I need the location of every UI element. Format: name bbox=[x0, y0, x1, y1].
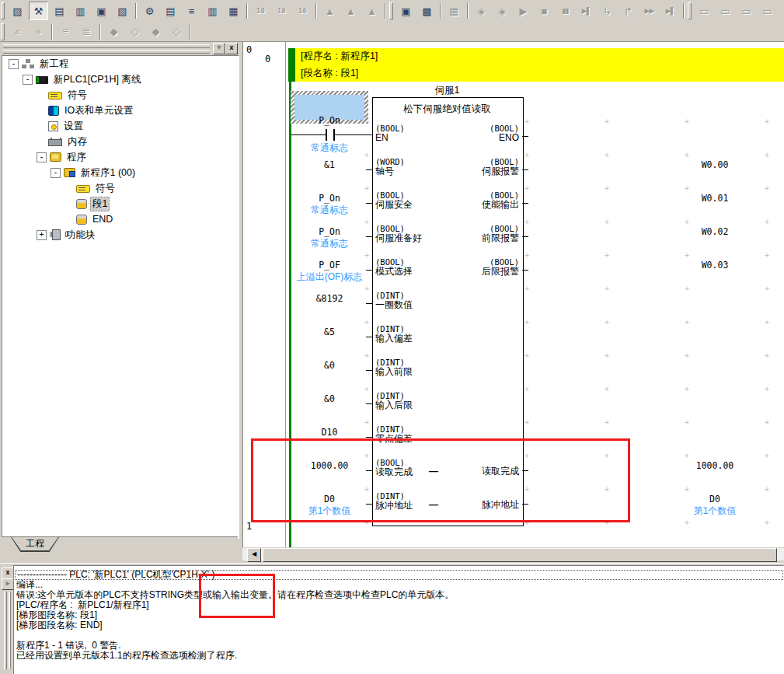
force-reset-button[interactable]: ▲ bbox=[341, 2, 361, 20]
tree-item-memory[interactable]: 内存 bbox=[2, 134, 239, 149]
fb-left-operand[interactable]: D10 bbox=[291, 427, 368, 438]
run-to-cursor-button[interactable]: ▶▌ bbox=[660, 2, 680, 20]
monitor-decimal-button[interactable]: 10 bbox=[251, 2, 270, 20]
toolbar-grip[interactable] bbox=[688, 2, 692, 19]
tb2-grip[interactable] bbox=[1, 23, 5, 40]
collapse-minus-icon[interactable]: - bbox=[23, 75, 33, 85]
stop-button[interactable]: ■ bbox=[535, 2, 554, 20]
collapse-minus-icon[interactable]: - bbox=[51, 168, 61, 178]
fb-left-operand[interactable]: &5 bbox=[291, 327, 368, 337]
tb1-grip[interactable] bbox=[1, 2, 5, 19]
fb-right-operand[interactable]: W0.03 bbox=[653, 260, 777, 271]
tree-item-plc[interactable]: -新PLC1[CP1H] 离线 bbox=[2, 72, 239, 87]
indent-rung-button[interactable]: » bbox=[29, 23, 48, 41]
fb-left-operand[interactable]: P_On常通标志 bbox=[291, 193, 368, 217]
rung-comment-list-button[interactable]: ≡ bbox=[56, 23, 75, 41]
fb-left-operand[interactable]: &0 bbox=[291, 360, 368, 371]
fb-right-operand[interactable]: W0.02 bbox=[653, 226, 777, 237]
output-grip[interactable] bbox=[4, 592, 7, 669]
previous-reference-button[interactable]: ◇ bbox=[167, 23, 186, 41]
fb-left-operand[interactable]: P_On常通标志 bbox=[291, 226, 368, 250]
tree-item-symbols-global[interactable]: 符号 bbox=[2, 87, 239, 103]
panel-dropdown-button[interactable]: ▼ bbox=[213, 43, 225, 54]
force-cancel-button[interactable]: ▲ bbox=[362, 2, 382, 20]
step-into-button[interactable]: ↳ bbox=[598, 2, 617, 20]
cross-reference-button[interactable]: ▥ bbox=[203, 2, 222, 20]
view-diagram-button[interactable]: ▤ bbox=[50, 2, 69, 20]
online-edit-button[interactable]: ▩ bbox=[417, 2, 437, 20]
fb-right-operand[interactable]: D0第1个数值 bbox=[653, 494, 777, 518]
force-set-button[interactable]: ▲ bbox=[320, 2, 340, 20]
annotation-list-button[interactable]: ≣ bbox=[77, 23, 96, 41]
pin-name: 输入前限 bbox=[375, 367, 413, 377]
fb-right-operand[interactable]: W0.01 bbox=[653, 193, 777, 204]
application-window: ▨⚒▤▥▣▧⚙▤≡▥▦101016▲▲▲▣▩▦◈◈▶■▮▮▶▌↳↱▶▶▶▌▭▭▭… bbox=[0, 0, 784, 674]
ladder-tool-3-button[interactable]: ▭ bbox=[737, 2, 756, 20]
next-address-reference-button[interactable]: ◇ bbox=[125, 23, 145, 41]
monitor-signed-decimal-button[interactable]: 10 bbox=[272, 2, 291, 20]
work-online-button[interactable]: ▣ bbox=[396, 2, 416, 20]
ladder-tool-5-button[interactable]: ╤ bbox=[779, 2, 784, 20]
toolbar-grip[interactable] bbox=[389, 2, 393, 19]
fb-left-operand[interactable]: P_OF上溢出(OF)标志 bbox=[291, 260, 368, 284]
expand-plus-icon[interactable]: + bbox=[37, 230, 47, 240]
symbol-table-button[interactable]: ▤ bbox=[161, 2, 180, 20]
toolbar-separator bbox=[190, 24, 191, 40]
mnemonic-view-button[interactable]: ▦ bbox=[224, 2, 243, 20]
properties-button[interactable]: ▧ bbox=[113, 2, 132, 20]
monitor-mode-button[interactable]: ◈ bbox=[493, 2, 512, 20]
tree-item-section-1[interactable]: 段1 bbox=[2, 196, 239, 211]
step-out-button[interactable]: ↱ bbox=[618, 2, 638, 20]
run-mode-button[interactable]: ▶ bbox=[514, 2, 533, 20]
new-view-button[interactable]: ▣ bbox=[92, 2, 111, 20]
fb-right-operand[interactable]: W0.00 bbox=[653, 159, 777, 170]
panel-close-button[interactable]: x bbox=[225, 43, 238, 54]
tree-item-program-1[interactable]: -新程序1 (00) bbox=[2, 165, 239, 180]
ladder-tool-4-button[interactable]: ▭ bbox=[758, 2, 777, 20]
open-project-button[interactable]: ▨ bbox=[8, 2, 27, 20]
pause-button[interactable]: ▮▮ bbox=[556, 2, 575, 20]
transfer-to-plc-button[interactable]: ▦ bbox=[444, 2, 464, 20]
output-next-button[interactable]: ▸ bbox=[2, 578, 14, 590]
monitor-hex-button[interactable]: 16 bbox=[293, 2, 312, 20]
collapse-minus-icon[interactable]: - bbox=[37, 152, 47, 162]
continuous-step-button[interactable]: ▶▶ bbox=[639, 2, 659, 20]
scrollbar-thumb[interactable] bbox=[263, 548, 777, 562]
output-line[interactable]: ---------------- PLC: '新PLC1' (PLC机型'CP1… bbox=[15, 570, 783, 580]
build-tool-button[interactable]: ⚒ bbox=[29, 2, 48, 20]
next-input-output-button[interactable]: ◆ bbox=[146, 23, 166, 41]
next-reference-button[interactable]: ◆ bbox=[104, 23, 124, 41]
io-comment-button[interactable]: ≡ bbox=[182, 2, 201, 20]
tree-item-io-table[interactable]: IO表和单元设置 bbox=[2, 103, 239, 118]
output-line[interactable]: [梯形图段名称: 段1] bbox=[15, 610, 783, 620]
fb-right-operand[interactable]: 1000.00 bbox=[653, 460, 777, 471]
symbols-icon bbox=[48, 92, 62, 100]
fb-left-operand[interactable]: &0 bbox=[291, 393, 368, 404]
program-mode-button[interactable]: ◈ bbox=[472, 2, 491, 20]
tree-item-function-blocks[interactable]: +功能块 bbox=[2, 227, 239, 243]
outdent-rung-button[interactable]: « bbox=[8, 23, 27, 41]
fb-left-operand[interactable]: P_On bbox=[291, 115, 368, 126]
fb-left-operand[interactable]: &8192 bbox=[291, 293, 368, 304]
panel-grip[interactable] bbox=[3, 44, 210, 55]
output-line[interactable]: 已经用设置到单元版本1.1的程序检查选项检测了程序. bbox=[15, 651, 783, 661]
collapse-minus-icon[interactable]: - bbox=[9, 59, 19, 69]
tree-item-symbols-local[interactable]: 符号 bbox=[2, 180, 239, 196]
fb-left-operand[interactable]: &1 bbox=[291, 159, 368, 170]
ladder-tool-2-button[interactable]: ▭ bbox=[716, 2, 735, 20]
output-line[interactable]: [PLC/程序名 : 新PLC1/新程序1] bbox=[15, 600, 783, 610]
tree-item-project[interactable]: -新工程 bbox=[2, 56, 239, 72]
view-windows-button[interactable]: ▥ bbox=[71, 2, 90, 20]
output-line[interactable] bbox=[15, 630, 783, 641]
output-close-button[interactable]: x bbox=[2, 567, 14, 579]
tree-item-section-end[interactable]: END bbox=[2, 211, 239, 227]
ladder-editor[interactable]: 0 0 1 ++++++++++++++++++++++++++++++++++… bbox=[242, 42, 784, 547]
step-run-button[interactable]: ▶▌ bbox=[577, 2, 596, 20]
tree-item-settings[interactable]: 设置 bbox=[2, 118, 239, 134]
scroll-left-button[interactable]: ◀ bbox=[247, 548, 261, 562]
compile-program-button[interactable]: ⚙ bbox=[140, 2, 159, 20]
tree-item-programs[interactable]: -程序 bbox=[2, 149, 239, 165]
ladder-horizontal-scrollbar[interactable]: ◀ bbox=[242, 547, 784, 561]
output-line[interactable]: [梯形图段名称: END] bbox=[15, 620, 783, 630]
ladder-tool-1-button[interactable]: ▭ bbox=[695, 2, 714, 20]
